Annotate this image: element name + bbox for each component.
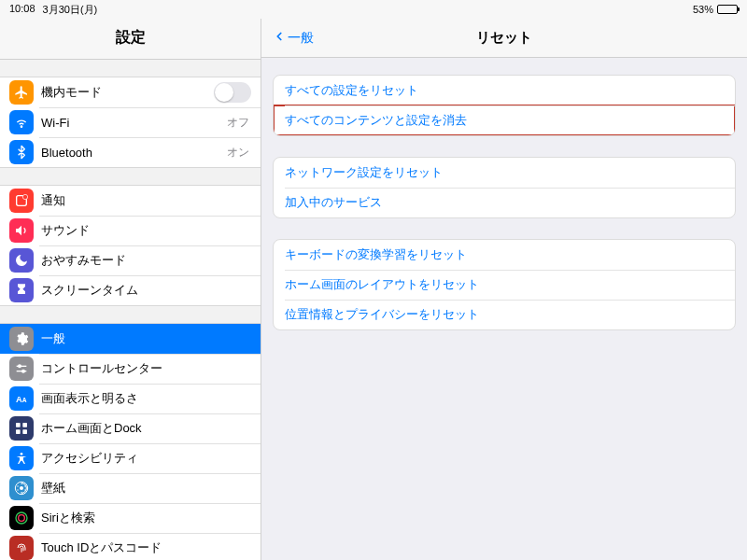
detail-title: リセット: [476, 29, 532, 47]
svg-point-6: [22, 370, 25, 372]
reset-option[interactable]: ホーム画面のレイアウトをリセット: [274, 270, 735, 300]
sidebar-item[interactable]: 一般: [0, 324, 261, 354]
reset-option-label: キーボードの変換学習をリセット: [285, 246, 467, 263]
grid-icon: [9, 416, 34, 441]
svg-point-13: [21, 453, 23, 455]
sidebar-item-value: オン: [227, 145, 249, 161]
sidebar-item-label: サウンド: [41, 222, 251, 239]
sidebar-item-label: Siriと検索: [41, 510, 251, 526]
svg-rect-12: [22, 429, 27, 434]
sidebar-item-label: 通知: [41, 192, 251, 209]
sidebar-item-label: 壁紙: [41, 480, 251, 497]
sidebar-item[interactable]: アクセシビリティ: [0, 443, 261, 473]
svg-point-4: [19, 365, 21, 368]
battery-icon: [717, 5, 738, 14]
sidebar-item[interactable]: 通知: [0, 186, 261, 216]
reset-option[interactable]: 位置情報とプライバシーをリセット: [274, 300, 735, 329]
svg-point-21: [16, 512, 27, 524]
reset-option-label: ホーム画面のレイアウトをリセット: [285, 276, 479, 293]
sound-icon: [9, 218, 34, 243]
gear-icon: [9, 327, 34, 351]
toggle-switch[interactable]: [214, 82, 251, 103]
touchid-icon: [9, 536, 34, 560]
sidebar-item[interactable]: Bluetoothオン: [0, 137, 261, 167]
svg-point-0: [21, 126, 21, 127]
sidebar-item[interactable]: AA画面表示と明るさ: [0, 384, 261, 413]
sidebar-item-label: Touch IDとパスコード: [41, 539, 251, 556]
reset-option[interactable]: 加入中のサービス: [274, 188, 735, 217]
sidebar-item[interactable]: Siriと検索: [0, 503, 261, 533]
sidebar-item-label: おやすみモード: [41, 252, 251, 269]
wallpaper-icon: [9, 476, 34, 500]
back-button[interactable]: 一般: [267, 19, 319, 57]
status-date: 3月30日(月): [43, 3, 98, 17]
svg-point-22: [19, 515, 25, 522]
sidebar-item-label: コントロールセンター: [41, 360, 251, 377]
svg-text:A: A: [22, 397, 27, 403]
battery-percent: 53%: [693, 4, 713, 15]
reset-option-label: すべての設定をリセット: [285, 82, 418, 99]
bluetooth-icon: [9, 140, 34, 164]
detail-header: 一般 リセット: [261, 19, 747, 58]
status-time: 10:08: [9, 3, 35, 17]
svg-point-15: [21, 483, 21, 484]
sidebar-item-label: ホーム画面とDock: [41, 420, 251, 437]
sidebar-item[interactable]: Touch IDとパスコード: [0, 533, 261, 560]
sidebar-item[interactable]: 壁紙: [0, 473, 261, 503]
notifications-icon: [9, 189, 34, 213]
svg-point-17: [24, 489, 25, 490]
status-bar: 10:08 3月30日(月) 53%: [0, 0, 747, 19]
sidebar-item[interactable]: スクリーンタイム: [0, 275, 261, 305]
svg-point-14: [20, 486, 23, 490]
sidebar-item[interactable]: ホーム画面とDock: [0, 413, 261, 443]
svg-rect-10: [22, 423, 27, 427]
sidebar-item-value: オフ: [227, 115, 249, 131]
moon-icon: [9, 248, 34, 273]
svg-rect-9: [16, 423, 21, 427]
svg-text:A: A: [16, 395, 22, 404]
sidebar-item-label: スクリーンタイム: [41, 282, 251, 299]
svg-point-19: [17, 489, 18, 490]
reset-option[interactable]: すべてのコンテンツと設定を消去: [274, 105, 735, 135]
reset-option[interactable]: ネットワーク設定をリセット: [274, 158, 735, 188]
reset-option[interactable]: キーボードの変換学習をリセット: [274, 240, 735, 270]
back-label: 一般: [288, 30, 314, 47]
svg-point-18: [21, 492, 21, 493]
sliders-icon: [9, 357, 34, 381]
svg-point-20: [17, 485, 18, 486]
sidebar-item-label: 機内モード: [41, 84, 214, 101]
reset-option-label: すべてのコンテンツと設定を消去: [285, 112, 467, 129]
sidebar-title: 設定: [0, 19, 261, 60]
reset-option[interactable]: すべての設定をリセット: [274, 76, 735, 105]
siri-icon: [9, 506, 34, 530]
sidebar-item-label: 一般: [41, 330, 251, 347]
sidebar-item[interactable]: サウンド: [0, 216, 261, 245]
hourglass-icon: [9, 278, 34, 302]
reset-option-label: 加入中のサービス: [285, 194, 382, 211]
svg-point-2: [22, 194, 27, 199]
svg-point-16: [24, 485, 25, 486]
detail-pane: 一般 リセット すべての設定をリセットすべてのコンテンツと設定を消去ネットワーク…: [261, 19, 747, 560]
wifi-icon: [9, 110, 34, 134]
sidebar-item[interactable]: 機内モード: [0, 77, 261, 107]
reset-option-label: 位置情報とプライバシーをリセット: [285, 306, 479, 323]
settings-sidebar: 設定 機内モードWi-FiオフBluetoothオン通知サウンドおやすみモードス…: [0, 19, 261, 560]
sidebar-item-label: アクセシビリティ: [41, 450, 251, 467]
sidebar-item-label: Wi-Fi: [41, 116, 227, 130]
reset-option-label: ネットワーク設定をリセット: [285, 164, 443, 181]
svg-rect-11: [16, 429, 21, 434]
textsize-icon: AA: [9, 386, 34, 411]
accessibility-icon: [9, 446, 34, 470]
sidebar-item[interactable]: コントロールセンター: [0, 354, 261, 384]
airplane-icon: [9, 80, 34, 105]
sidebar-item[interactable]: おやすみモード: [0, 245, 261, 275]
sidebar-item-label: 画面表示と明るさ: [41, 390, 251, 407]
chevron-left-icon: [273, 30, 286, 46]
sidebar-item[interactable]: Wi-Fiオフ: [0, 107, 261, 137]
sidebar-item-label: Bluetooth: [41, 146, 227, 160]
